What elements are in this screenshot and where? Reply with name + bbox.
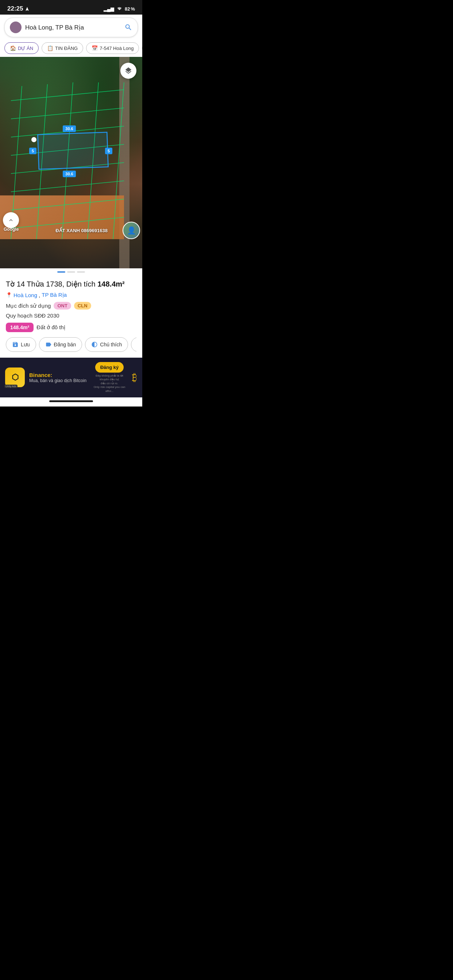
svg-text:5: 5 xyxy=(108,149,110,153)
svg-text:30.6: 30.6 xyxy=(65,127,73,131)
search-icon[interactable] xyxy=(124,23,132,31)
agent-avatar: 👤 xyxy=(123,222,140,239)
ad-title: Binance: xyxy=(29,372,87,378)
ad-banner: ⬡ Unity Ads Binance: Mua, bán và giao dị… xyxy=(0,358,142,398)
chip-du-an[interactable]: 🏠 DỰ ÁN xyxy=(4,42,39,54)
camera-button[interactable]: Ch xyxy=(131,337,136,352)
ad-text: Binance: Mua, bán và giao dịch Bitcoin xyxy=(29,372,87,383)
wifi-icon xyxy=(116,6,123,11)
action-buttons: Lưu Đăng bán Chú thích Ch xyxy=(6,337,136,352)
badge-ont: ONT xyxy=(54,302,71,310)
google-logo: Google xyxy=(4,227,19,232)
quy-hoach-row: Quy hoạch SĐĐ 2030 xyxy=(6,312,136,319)
binance-logo-icon: ⬡ xyxy=(12,372,19,382)
svg-line-12 xyxy=(113,83,124,239)
svg-line-7 xyxy=(11,217,124,228)
search-input[interactable]: Hoà Long, TP Bà Rịa xyxy=(25,24,121,31)
luu-button[interactable]: Lưu xyxy=(6,337,36,352)
chip-tin-dang[interactable]: 📋 TIN ĐĂNG xyxy=(41,42,83,54)
dang-ban-button[interactable]: Đăng bán xyxy=(39,337,83,352)
chip-hoa-long[interactable]: 📅 7-547 Hoà Long xyxy=(86,42,139,54)
filter-chips: 🏠 DỰ ÁN 📋 TIN ĐĂNG 📅 7-547 Hoà Long 📅 30… xyxy=(0,40,142,57)
save-icon xyxy=(12,341,19,348)
home-icon: 🏠 xyxy=(10,45,16,51)
dot-1 xyxy=(57,271,65,273)
info-location: 📍 Hoà Long , TP Bà Rịa xyxy=(6,292,136,298)
signal-icon: ▂▄▆ xyxy=(104,6,114,12)
info-panel: Tờ 14 Thửa 1738, Diện tích 148.4m² 📍 Hoà… xyxy=(0,274,142,358)
map-collapse-button[interactable] xyxy=(3,212,19,228)
badge-cln: CLN xyxy=(74,302,91,310)
map-layer-button[interactable] xyxy=(120,63,136,79)
chevron-up-icon xyxy=(8,217,14,223)
map-background: 30.6 30.6 5 5 xyxy=(0,57,142,268)
ad-cta: Đăng ký Đây không phải là lời khuyên đầu… xyxy=(91,362,128,393)
chu-thich-button[interactable]: Chú thích xyxy=(85,337,128,352)
dat-xanh-watermark: ĐẤT XANH 0869691638 xyxy=(56,228,108,233)
status-icons: ▂▄▆ 82 % xyxy=(104,6,135,12)
svg-text:5: 5 xyxy=(32,149,34,153)
home-indicator xyxy=(0,398,142,407)
battery-icon: 82 % xyxy=(125,6,135,12)
dot-2 xyxy=(67,271,75,273)
search-bar-container: Hoà Long, TP Bà Rịa xyxy=(0,14,142,40)
ad-subtitle: Mua, bán và giao dịch Bitcoin xyxy=(29,378,87,383)
ad-logo: ⬡ Unity Ads xyxy=(5,368,25,387)
date-icon: 📅 xyxy=(91,45,98,51)
cta-disclaimer: Đây không phải là lời khuyên đầu tư, đều… xyxy=(91,374,128,393)
map-area[interactable]: 30.6 30.6 5 5 Google ĐẤT XANH 0869691638… xyxy=(0,57,142,268)
avatar xyxy=(10,22,22,33)
svg-line-1 xyxy=(11,108,124,119)
cta-button[interactable]: Đăng ký xyxy=(95,362,124,372)
chip-300m[interactable]: 📅 300m xyxy=(142,42,142,54)
location-pin-icon: 📍 xyxy=(6,292,12,298)
dat-o-label: Đất ở đô thị xyxy=(37,324,65,331)
scroll-dots xyxy=(0,268,142,274)
svg-text:30.6: 30.6 xyxy=(65,172,73,176)
contrast-icon xyxy=(91,341,98,348)
calendar-icon: 📋 xyxy=(47,45,53,51)
btc-icon: ₿ xyxy=(132,372,137,383)
map-grid-svg: 30.6 30.6 5 5 xyxy=(0,57,142,268)
search-bar[interactable]: Hoà Long, TP Bà Rịa xyxy=(4,18,138,37)
status-time: 22:25 xyxy=(7,5,30,13)
location-district-link[interactable]: Hoà Long xyxy=(13,292,37,298)
area-row: 148.4m² Đất ở đô thị xyxy=(6,323,136,332)
layers-icon xyxy=(124,67,132,75)
dot-3 xyxy=(77,271,85,273)
info-title: Tờ 14 Thửa 1738, Diện tích 148.4m² xyxy=(6,279,136,289)
tag-icon xyxy=(45,341,52,348)
unity-badge: Unity Ads xyxy=(4,385,18,388)
area-badge: 148.4m² xyxy=(6,323,33,332)
muc-dich-row: Mục đích sử dụng ONT CLN xyxy=(6,302,136,310)
navigation-icon xyxy=(25,6,30,11)
svg-line-6 xyxy=(11,199,124,210)
status-bar: 22:25 ▂▄▆ 82 % xyxy=(0,0,142,14)
location-city-link[interactable]: TP Bà Rịa xyxy=(41,292,67,298)
svg-line-5 xyxy=(11,181,124,192)
svg-line-0 xyxy=(11,90,124,100)
parcel-highlight xyxy=(38,132,108,170)
home-bar xyxy=(49,400,93,402)
